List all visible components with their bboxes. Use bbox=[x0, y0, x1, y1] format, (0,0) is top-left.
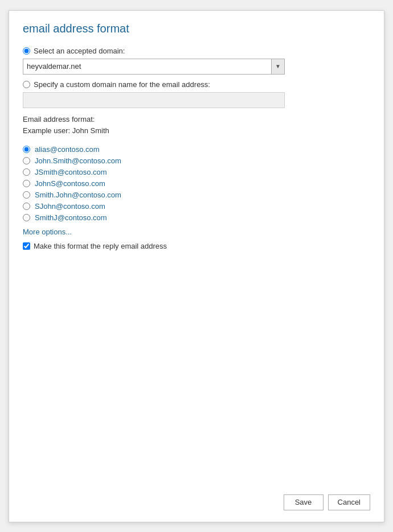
email-format-radio-5[interactable] bbox=[23, 191, 30, 199]
more-options-link[interactable]: More options... bbox=[23, 228, 72, 236]
select-domain-label[interactable]: Select an accepted domain: bbox=[34, 47, 125, 55]
reply-format-label[interactable]: Make this format the reply email address bbox=[34, 242, 167, 250]
custom-domain-radio[interactable] bbox=[23, 81, 30, 88]
email-format-label-6[interactable]: SJohn@contoso.com bbox=[35, 202, 105, 211]
cancel-button[interactable]: Cancel bbox=[328, 494, 370, 510]
email-option-5[interactable]: Smith.John@contoso.com bbox=[23, 191, 370, 199]
email-format-radio-2[interactable] bbox=[23, 157, 30, 164]
email-format-label-5[interactable]: Smith.John@contoso.com bbox=[35, 191, 121, 199]
email-format-radio-6[interactable] bbox=[23, 203, 30, 210]
reply-checkbox-row[interactable]: Make this format the reply email address bbox=[23, 242, 370, 250]
reply-format-checkbox[interactable] bbox=[23, 242, 30, 250]
email-format-label-4[interactable]: JohnS@contoso.com bbox=[35, 179, 105, 188]
email-format-radio-4[interactable] bbox=[23, 180, 30, 187]
email-format-dialog: email address format Select an accepted … bbox=[9, 10, 384, 522]
dialog-title: email address format bbox=[23, 22, 370, 35]
custom-domain-radio-row[interactable]: Specify a custom domain name for the ema… bbox=[23, 80, 370, 89]
domain-select-wrapper: heyvaldemar.net ▼ bbox=[23, 59, 285, 75]
email-format-label-2[interactable]: John.Smith@contoso.com bbox=[35, 156, 121, 165]
email-option-4[interactable]: JohnS@contoso.com bbox=[23, 179, 370, 188]
email-format-radio-1[interactable] bbox=[23, 146, 30, 153]
custom-domain-label[interactable]: Specify a custom domain name for the ema… bbox=[34, 80, 210, 89]
format-info-example: Example user: John Smith bbox=[23, 125, 370, 137]
domain-section: Select an accepted domain: heyvaldemar.n… bbox=[23, 47, 370, 108]
email-format-label-7[interactable]: SmithJ@contoso.com bbox=[35, 213, 107, 222]
email-format-radio-7[interactable] bbox=[23, 214, 30, 221]
custom-domain-input[interactable] bbox=[23, 92, 285, 108]
email-option-1[interactable]: alias@contoso.com bbox=[23, 145, 370, 154]
format-info-label: Email address format: bbox=[23, 114, 370, 126]
domain-select[interactable]: heyvaldemar.net bbox=[23, 59, 285, 75]
email-format-radio-3[interactable] bbox=[23, 168, 30, 176]
email-option-7[interactable]: SmithJ@contoso.com bbox=[23, 213, 370, 222]
email-format-options: alias@contoso.com John.Smith@contoso.com… bbox=[23, 145, 370, 222]
email-option-2[interactable]: John.Smith@contoso.com bbox=[23, 156, 370, 165]
select-domain-radio-row[interactable]: Select an accepted domain: bbox=[23, 47, 370, 55]
email-option-6[interactable]: SJohn@contoso.com bbox=[23, 202, 370, 211]
select-domain-radio[interactable] bbox=[23, 47, 30, 55]
save-button[interactable]: Save bbox=[284, 494, 324, 510]
email-format-label-1[interactable]: alias@contoso.com bbox=[35, 145, 100, 154]
email-format-label-3[interactable]: JSmith@contoso.com bbox=[35, 168, 107, 176]
format-info-section: Email address format: Example user: John… bbox=[23, 114, 370, 138]
dialog-footer: Save Cancel bbox=[284, 494, 370, 510]
email-option-3[interactable]: JSmith@contoso.com bbox=[23, 168, 370, 176]
